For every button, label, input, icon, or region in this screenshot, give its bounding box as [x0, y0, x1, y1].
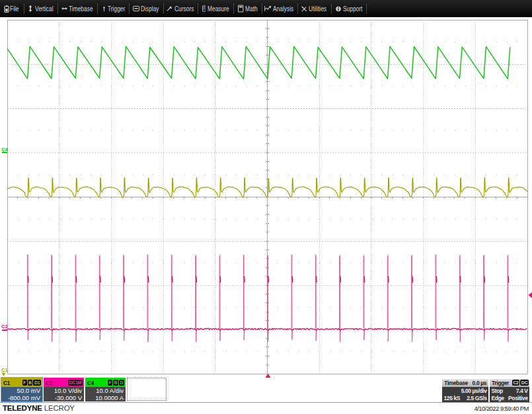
- svg-text:C2: C2: [1, 324, 8, 329]
- svg-text:C1: C1: [1, 367, 8, 373]
- svg-text:C4: C4: [1, 147, 8, 153]
